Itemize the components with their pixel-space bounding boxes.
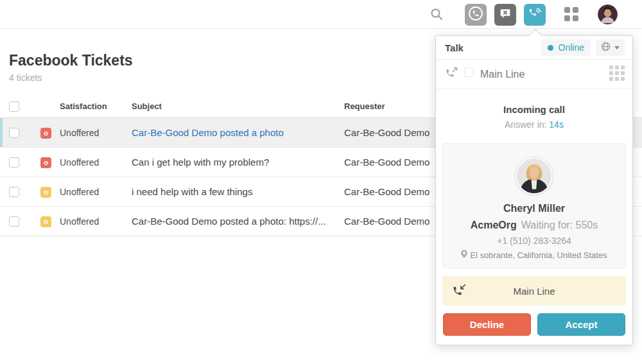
language-dropdown[interactable] xyxy=(596,39,625,56)
location-pin-icon xyxy=(461,250,467,260)
status-badge: o xyxy=(40,128,51,139)
globe-icon xyxy=(601,42,611,54)
satisfaction-cell: Unoffered xyxy=(60,118,99,148)
line-name-label: Main Line xyxy=(480,69,609,80)
call-history-button[interactable] xyxy=(465,4,487,26)
subject-link[interactable]: Can i get help with my problem? xyxy=(132,148,269,177)
caller-name: Cheryl Miller xyxy=(448,203,620,214)
caller-location: El sobrante, California, United States xyxy=(448,250,620,260)
user-avatar[interactable] xyxy=(598,4,618,24)
row-checkbox[interactable] xyxy=(9,216,19,227)
satisfaction-cell: Unoffered xyxy=(60,148,99,177)
answer-prefix: Answer in: xyxy=(505,119,549,130)
requester-cell: Car-Be-Good Demo xyxy=(344,118,429,148)
row-checkbox[interactable] xyxy=(9,187,19,197)
subject-link[interactable]: Car-Be-Good Demo posted a photo: https:/… xyxy=(132,207,326,236)
caller-location-text: El sobrante, California, United States xyxy=(470,250,607,260)
phone-circle-icon xyxy=(467,5,484,24)
select-all-checkbox[interactable] xyxy=(9,101,19,112)
talk-panel: Talk Online Main Line Incoming call Answ… xyxy=(435,35,633,345)
ticket-count: 4 tickets xyxy=(9,73,42,83)
incoming-call-section: Incoming call Answer in: 14s xyxy=(436,89,632,143)
phone-waves-icon xyxy=(527,6,542,24)
status-badge: n xyxy=(40,187,51,198)
status-badge: n xyxy=(40,216,51,227)
requester-cell: Car-Be-Good Demo xyxy=(344,148,429,177)
status-badge: o xyxy=(40,157,51,168)
answer-time: 14s xyxy=(549,119,564,130)
caller-avatar xyxy=(516,157,553,195)
column-header-requester[interactable]: Requester xyxy=(344,95,385,118)
caller-card: Cheryl Miller AcmeOrgWaiting for: 550s +… xyxy=(442,143,626,268)
subject-link[interactable]: Car-Be-Good Demo posted a photo xyxy=(132,118,284,148)
caller-org-line: AcmeOrgWaiting for: 550s xyxy=(448,220,620,231)
row-checkbox[interactable] xyxy=(9,157,19,168)
caller-organization: AcmeOrg xyxy=(471,220,517,230)
column-header-satisfaction[interactable]: Satisfaction xyxy=(60,95,107,118)
satisfaction-cell: Unoffered xyxy=(60,177,99,207)
online-status-label: Online xyxy=(559,42,584,53)
row-checkbox[interactable] xyxy=(9,128,19,138)
chat-unavailable-button[interactable] xyxy=(494,4,516,26)
banner-line-name: Main Line xyxy=(513,286,555,297)
chat-x-icon xyxy=(498,6,512,23)
requester-cell: Car-Be-Good Demo xyxy=(344,177,429,207)
chevron-down-icon xyxy=(614,46,620,49)
talk-title: Talk xyxy=(445,42,541,53)
outgoing-call-icon xyxy=(445,67,458,82)
accept-button[interactable]: Accept xyxy=(537,313,625,336)
satisfaction-cell: Unoffered xyxy=(60,207,99,236)
decline-button[interactable]: Decline xyxy=(443,313,531,336)
agent-status-dropdown[interactable]: Online xyxy=(541,39,591,56)
line-row: Main Line xyxy=(436,60,632,89)
column-header-subject[interactable]: Subject xyxy=(132,95,162,118)
talk-button-active[interactable] xyxy=(524,4,546,26)
search-icon[interactable] xyxy=(430,8,443,23)
line-checkbox[interactable] xyxy=(464,67,474,77)
page-title: Facebook Tickets xyxy=(9,52,133,69)
incoming-call-title: Incoming call xyxy=(436,104,632,115)
incoming-call-icon xyxy=(452,284,466,300)
top-navigation-bar xyxy=(0,0,642,29)
caller-phone-number: +1 (510) 283-3264 xyxy=(448,236,620,246)
selected-row-indicator xyxy=(0,118,3,147)
incoming-line-banner: Main Line xyxy=(442,276,626,306)
call-actions: Decline Accept xyxy=(443,313,625,336)
apps-grid-icon[interactable] xyxy=(564,7,579,24)
dialpad-icon[interactable] xyxy=(609,65,625,83)
subject-link[interactable]: i need help with a few things xyxy=(132,177,252,207)
requester-cell: Car-Be-Good Demo xyxy=(344,207,429,236)
online-status-dot xyxy=(548,45,553,51)
answer-countdown: Answer in: 14s xyxy=(436,119,632,130)
waiting-time: Waiting for: 550s xyxy=(521,220,598,230)
